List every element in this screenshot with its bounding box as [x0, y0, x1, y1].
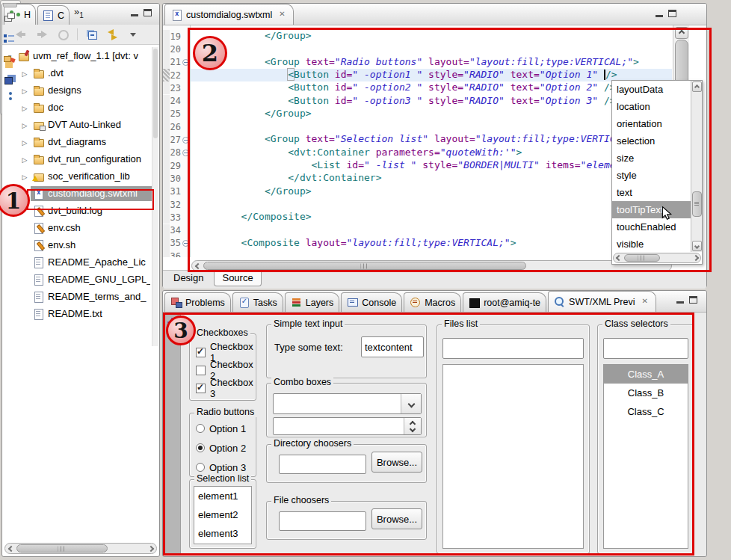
code-line-25[interactable]: </Group>	[191, 108, 672, 120]
file-browse-button[interactable]: Browse...	[371, 508, 422, 529]
checkbox-icon[interactable]	[196, 348, 206, 357]
close-icon[interactable]	[279, 10, 287, 19]
expand-arrow-icon[interactable]	[19, 153, 31, 164]
scrollbar-thumb[interactable]	[624, 254, 660, 262]
stacked-views-icon[interactable]	[4, 75, 17, 87]
files-list[interactable]	[442, 364, 584, 549]
checkbox-row-1[interactable]: Checkbox 1	[196, 345, 254, 360]
expand-arrow-icon[interactable]	[19, 170, 31, 182]
more-views-icon[interactable]	[4, 91, 17, 103]
popup-item-location[interactable]: location	[612, 98, 691, 115]
checkbox-row-2[interactable]: Checkbox 2	[196, 363, 254, 378]
tab-customdialog-swtxml[interactable]: customdialog.swtxml	[164, 4, 294, 25]
fold-collapse-icon[interactable]	[182, 137, 189, 144]
linked-resources-icon[interactable]	[4, 55, 17, 67]
scroll-up-icon[interactable]	[675, 27, 688, 39]
tree-item-.dvt[interactable]: .dvt	[2, 64, 152, 81]
code-line-27[interactable]: <Group text="Selection list" layout="lay…	[191, 133, 672, 146]
checkbox-row-3[interactable]: Checkbox 3	[196, 381, 254, 396]
tree-item-env.csh[interactable]: env.csh	[2, 219, 152, 236]
list-item-class-c[interactable]: Class_C	[604, 402, 688, 421]
code-line-26[interactable]	[191, 120, 672, 133]
code-line-19[interactable]: </Group>	[191, 30, 672, 43]
scroll-down-icon[interactable]	[692, 241, 702, 251]
popup-vertical-scrollbar[interactable]	[691, 81, 702, 252]
popup-item-layoutdata[interactable]: layoutData	[612, 81, 691, 98]
restore-view-icon[interactable]	[4, 12, 17, 24]
scrollbar-thumb[interactable]	[16, 544, 108, 553]
code-line-35[interactable]: <Composite layout="layout:fill;type:VERT…	[191, 237, 672, 250]
tree-item-dvt-build.log[interactable]: dvt_build.log	[2, 202, 152, 219]
class-filter-input[interactable]	[603, 338, 688, 359]
tree-item-dvt-diagrams[interactable]: dvt_diagrams	[2, 133, 152, 150]
tab-swt-xml-previ[interactable]: SWT/XML Previ	[548, 291, 656, 312]
tree-item-doc[interactable]: doc	[2, 99, 152, 116]
popup-item-text[interactable]: text	[612, 184, 691, 201]
tab-macros[interactable]: Macros	[404, 292, 461, 312]
forward-icon[interactable]	[35, 28, 49, 40]
expand-arrow-icon[interactable]	[19, 119, 31, 130]
text-input[interactable]	[361, 336, 424, 357]
popup-item-selection[interactable]: selection	[612, 132, 691, 150]
scroll-right-icon[interactable]	[145, 544, 156, 553]
tab-design[interactable]: Design	[166, 271, 211, 286]
minimize-icon[interactable]	[676, 301, 684, 304]
tree-vertical-scrollbar[interactable]	[152, 47, 158, 346]
directory-input[interactable]	[279, 455, 366, 474]
selection-list[interactable]: element1element2element3	[194, 486, 252, 544]
maximize-icon[interactable]	[144, 9, 152, 16]
tree-item-designs[interactable]: designs	[2, 81, 152, 99]
tab-source[interactable]: Source	[214, 270, 261, 286]
code-line-21[interactable]: <Group text="Radio buttons" layout="layo…	[191, 56, 672, 69]
combo-box-2[interactable]	[273, 417, 422, 435]
editor-code-lines[interactable]: </Group> <Group text="Radio buttons" lay…	[191, 25, 672, 257]
scroll-right-icon[interactable]	[691, 253, 700, 262]
scroll-left-icon[interactable]	[5, 544, 16, 553]
code-line-24[interactable]: <Button id=" -option3 " style="RADIO" te…	[191, 95, 672, 108]
tab-console[interactable]: Console	[341, 292, 402, 312]
autocomplete-list[interactable]: layoutDatalocationorientationselectionsi…	[612, 81, 691, 252]
scroll-up-icon[interactable]	[692, 81, 702, 92]
radio-row-1[interactable]: Option 1	[196, 421, 254, 436]
tree-horizontal-scrollbar[interactable]	[4, 543, 157, 554]
scroll-left-icon[interactable]	[614, 253, 623, 262]
tree-item-readme-gnu-lgpl-[interactable]: README_GNU_LGPL_	[2, 271, 152, 288]
expand-arrow-icon[interactable]	[19, 84, 31, 96]
tree-item-readme-apache-lic[interactable]: README_Apache_Lic	[2, 253, 152, 271]
files-filter-input[interactable]	[442, 338, 584, 359]
code-line-28[interactable]: <dvt:Container parameters="quoteWith:'">	[191, 147, 672, 159]
tree-item-env.sh[interactable]: env.sh	[2, 236, 152, 253]
scrollbar-thumb[interactable]	[203, 262, 526, 270]
radio-icon[interactable]	[196, 424, 205, 433]
code-line-29[interactable]: <List id=" -list " style="BORDER|MULTI" …	[191, 159, 672, 172]
minimize-icon[interactable]	[131, 14, 138, 16]
outline-view-icon[interactable]	[4, 33, 17, 45]
popup-item-visible[interactable]: visible	[612, 236, 691, 252]
code-line-32[interactable]	[191, 198, 672, 211]
code-line-36[interactable]	[191, 250, 672, 257]
tab-checks[interactable]: C	[37, 5, 70, 25]
tab-layers[interactable]: Layers	[285, 292, 340, 312]
minimize-icon[interactable]	[656, 15, 663, 17]
tree-item-uvm-ref-flow-1.1-dvt-v[interactable]: uvm_ref_flow_1.1 [dvt: v	[2, 47, 152, 64]
popup-item-orientation[interactable]: orientation	[612, 115, 691, 132]
tree-item-soc-verification-lib[interactable]: soc_verification_lib	[2, 167, 152, 185]
scrollbar-thumb[interactable]	[692, 191, 702, 217]
expand-arrow-icon[interactable]	[19, 102, 31, 113]
up-icon[interactable]	[56, 28, 70, 40]
radio-icon[interactable]	[196, 443, 205, 452]
maximize-icon[interactable]	[689, 296, 697, 304]
code-line-31[interactable]: </Group>	[191, 185, 672, 198]
code-line-30[interactable]: </dvt:Container>	[191, 172, 672, 185]
class-selectors-list[interactable]: Class_AClass_BClass_C	[603, 364, 688, 549]
tree-item-dvt-run-configuration[interactable]: dvt_run_configuration	[2, 150, 152, 167]
tree-item-readme.txt[interactable]: README.txt	[2, 305, 152, 322]
code-line-23[interactable]: <Button id=" -option2 " style="RADIO" te…	[191, 81, 672, 94]
checkbox-icon[interactable]	[196, 384, 206, 393]
code-line-34[interactable]	[191, 224, 672, 237]
popup-item-touchenabled[interactable]: touchEnabled	[612, 218, 691, 236]
radio-row-2[interactable]: Option 2	[196, 440, 254, 455]
fold-collapse-icon[interactable]	[182, 59, 189, 66]
expand-arrow-icon[interactable]	[19, 136, 31, 147]
tab-root-amiq-te[interactable]: root@amiq-te	[463, 292, 546, 312]
